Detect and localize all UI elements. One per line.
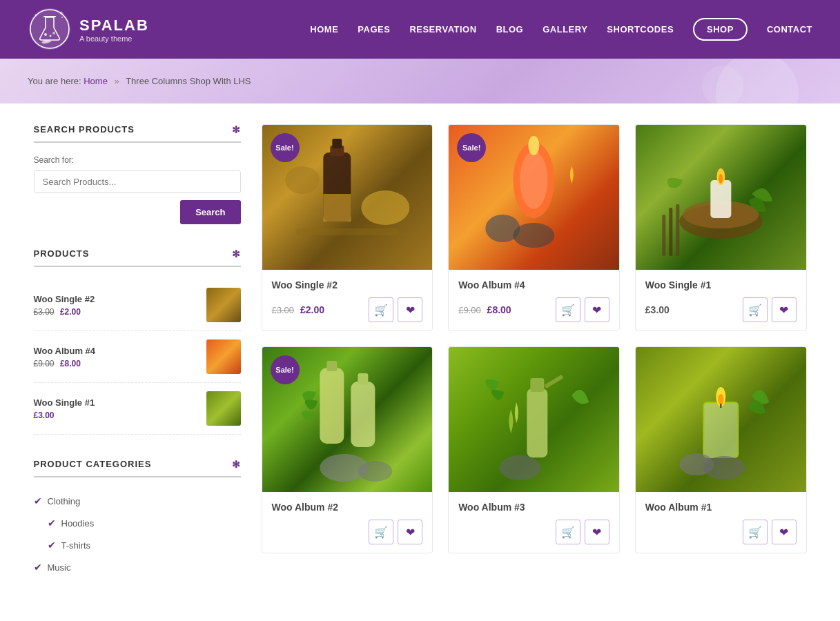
search-input[interactable]	[34, 170, 241, 193]
card-price: £9.00 £8.00	[458, 304, 511, 315]
svg-point-5	[35, 14, 37, 17]
svg-point-15	[520, 151, 547, 209]
product-card: Woo Single #1 £3.00 🛒 ❤	[635, 124, 807, 331]
card-actions: 🛒 ❤	[556, 520, 609, 544]
sale-badge: Sale!	[271, 355, 300, 384]
nav-gallery[interactable]: GALLERY	[543, 24, 587, 34]
card-actions: 🛒 ❤	[743, 297, 797, 322]
sidebar-product-name[interactable]: Woo Single #1	[34, 397, 95, 408]
card-title[interactable]: Woo Single #1	[645, 279, 797, 290]
product-card: Woo Album #1 🛒 ❤	[635, 346, 807, 553]
sale-badge: Sale!	[457, 133, 486, 162]
svg-point-11	[361, 190, 409, 225]
sidebar-product-price: £9.00 £8.00	[34, 359, 96, 368]
add-to-cart-button[interactable]: 🛒	[743, 297, 768, 322]
svg-rect-27	[320, 368, 344, 444]
logo-icon	[28, 7, 72, 52]
logo[interactable]: SPALAB A beauty theme	[28, 7, 149, 52]
card-image-wrap: Sale!	[262, 347, 433, 492]
nav-contact[interactable]: CONTACT	[767, 24, 812, 34]
nav-reservation[interactable]: RESERVATION	[409, 24, 476, 34]
card-title[interactable]: Woo Album #1	[645, 502, 797, 513]
sidebar: SEARCH PRODUCTS Search for: Search PRODU…	[34, 124, 241, 602]
main-nav: HOME PAGES RESERVATION BLOG GALLERY SHOR…	[310, 18, 812, 41]
card-body: Woo Album #4 £9.00 £8.00 🛒 ❤	[449, 270, 619, 331]
add-to-cart-button[interactable]: 🛒	[743, 520, 768, 544]
add-to-wishlist-button[interactable]: ❤	[398, 520, 422, 544]
sidebar-product-price: £3.00 £2.00	[34, 307, 95, 317]
thumb-img	[206, 288, 241, 322]
product-grid: Sale! Woo Single #2 £3.00 £2.00 🛒 ❤	[262, 124, 807, 602]
nav-blog[interactable]: BLOG	[496, 24, 524, 34]
card-price: £3.00	[645, 304, 670, 315]
check-icon: ✔	[34, 562, 42, 573]
card-image-wrap	[449, 347, 619, 492]
svg-rect-13	[295, 228, 399, 235]
card-footer: 🛒 ❤	[645, 520, 797, 544]
card-body: Woo Single #2 £3.00 £2.00 🛒 ❤	[262, 270, 433, 331]
svg-rect-24	[662, 215, 665, 256]
card-footer: £9.00 £8.00 🛒 ❤	[458, 297, 609, 322]
card-image-wrap	[636, 347, 806, 492]
card-title[interactable]: Woo Single #2	[272, 279, 423, 290]
sidebar-product-price: £3.00	[34, 411, 95, 420]
category-clothing[interactable]: ✔ Clothing	[34, 490, 241, 512]
card-footer: 🛒 ❤	[272, 520, 423, 544]
add-to-wishlist-button[interactable]: ❤	[772, 297, 797, 322]
add-to-cart-button[interactable]: 🛒	[556, 297, 580, 322]
card-title[interactable]: Woo Album #3	[458, 502, 609, 513]
check-icon: ✔	[48, 518, 56, 529]
add-to-wishlist-button[interactable]: ❤	[585, 520, 609, 544]
card-footer: 🛒 ❤	[458, 520, 609, 544]
product-card: Sale! Woo Single #2 £3.00 £2.00 🛒 ❤	[262, 124, 433, 331]
card-price: £3.00 £2.00	[272, 304, 324, 315]
add-to-cart-button[interactable]: 🛒	[369, 297, 393, 322]
nav-home[interactable]: HOME	[310, 24, 338, 34]
breadcrumb-prefix: You are here:	[28, 76, 81, 86]
product-grid-row-2: Sale! Woo Album #2 🛒 ❤	[262, 346, 807, 553]
svg-rect-10	[323, 194, 351, 221]
category-tshirts[interactable]: ✔ T-shirts	[34, 534, 241, 556]
svg-rect-36	[703, 402, 738, 457]
nav-pages[interactable]: PAGES	[358, 24, 390, 34]
product-card: Sale! Woo Album #4 £9.00 £8.00 🛒 ❤	[448, 124, 620, 331]
svg-rect-30	[358, 373, 368, 384]
nav-shop[interactable]: SHOP	[693, 18, 748, 41]
add-to-cart-button[interactable]: 🛒	[556, 520, 580, 544]
category-music[interactable]: ✔ Music	[34, 556, 241, 578]
breadcrumb-home[interactable]: Home	[84, 76, 108, 86]
check-icon: ✔	[48, 540, 56, 551]
nav-shortcodes[interactable]: SHORTCODES	[607, 24, 674, 34]
sidebar-product-thumb	[206, 339, 241, 374]
svg-point-18	[513, 223, 554, 248]
category-hoodies[interactable]: ✔ Hoodies	[34, 512, 241, 534]
product-image	[636, 347, 806, 492]
sidebar-product-info: Woo Single #2 £3.00 £2.00	[34, 294, 95, 317]
card-title[interactable]: Woo Album #2	[272, 502, 423, 513]
card-body: Woo Album #3 🛒 ❤	[449, 492, 619, 553]
add-to-cart-button[interactable]: 🛒	[369, 520, 393, 544]
search-button[interactable]: Search	[180, 200, 240, 224]
svg-rect-28	[326, 361, 337, 371]
add-to-wishlist-button[interactable]: ❤	[398, 297, 422, 322]
search-label: Search for:	[34, 155, 241, 165]
add-to-wishlist-button[interactable]: ❤	[585, 297, 609, 322]
add-to-wishlist-button[interactable]: ❤	[772, 520, 797, 544]
sidebar-product-name[interactable]: Woo Single #2	[34, 294, 95, 304]
sidebar-product-name[interactable]: Woo Album #4	[34, 346, 96, 356]
card-actions: 🛒 ❤	[369, 520, 422, 544]
svg-point-6	[61, 17, 63, 18]
product-illustration	[636, 125, 806, 270]
card-body: Woo Album #1 🛒 ❤	[636, 492, 806, 553]
categories-section: PRODUCT CATEGORIES ✔ Clothing ✔ Hoodies …	[34, 459, 241, 578]
card-title[interactable]: Woo Album #4	[458, 279, 609, 290]
sidebar-product-item: Woo Single #1 £3.00	[34, 383, 241, 435]
svg-rect-21	[710, 180, 731, 218]
svg-point-23	[719, 174, 723, 184]
svg-rect-25	[669, 208, 672, 256]
sidebar-product-thumb	[206, 391, 241, 426]
product-illustration	[449, 347, 619, 492]
svg-point-4	[52, 32, 55, 34]
card-body: Woo Single #1 £3.00 🛒 ❤	[636, 270, 806, 331]
card-actions: 🛒 ❤	[556, 297, 609, 322]
